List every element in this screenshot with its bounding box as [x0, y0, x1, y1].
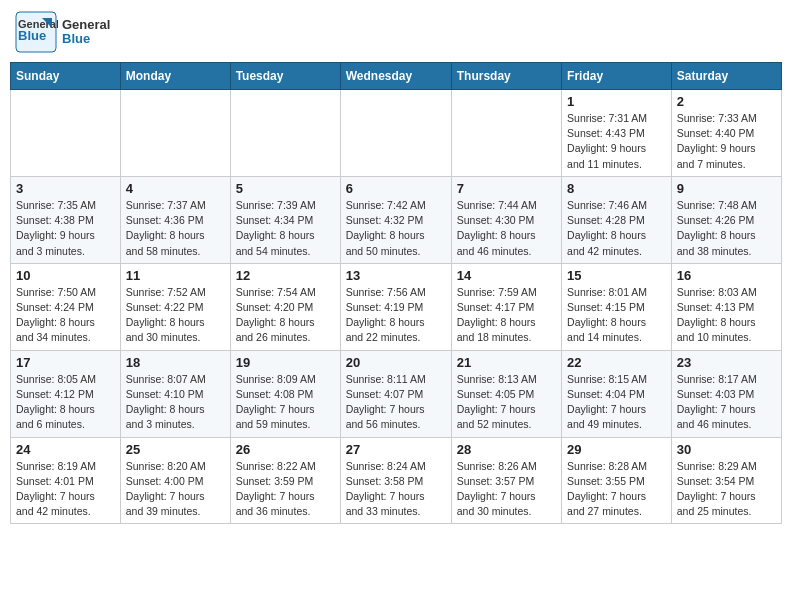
calendar-week-1: 1Sunrise: 7:31 AM Sunset: 4:43 PM Daylig…: [11, 90, 782, 177]
day-cell-7: 7Sunrise: 7:44 AM Sunset: 4:30 PM Daylig…: [451, 176, 561, 263]
day-detail-12: Sunrise: 7:54 AM Sunset: 4:20 PM Dayligh…: [236, 285, 335, 346]
day-detail-25: Sunrise: 8:20 AM Sunset: 4:00 PM Dayligh…: [126, 459, 225, 520]
day-cell-1: 1Sunrise: 7:31 AM Sunset: 4:43 PM Daylig…: [562, 90, 672, 177]
day-number-14: 14: [457, 268, 556, 283]
day-detail-16: Sunrise: 8:03 AM Sunset: 4:13 PM Dayligh…: [677, 285, 776, 346]
calendar-header-row: SundayMondayTuesdayWednesdayThursdayFrid…: [11, 63, 782, 90]
logo: General Blue General Blue: [14, 10, 110, 54]
col-header-saturday: Saturday: [671, 63, 781, 90]
calendar-week-5: 24Sunrise: 8:19 AM Sunset: 4:01 PM Dayli…: [11, 437, 782, 524]
day-cell-23: 23Sunrise: 8:17 AM Sunset: 4:03 PM Dayli…: [671, 350, 781, 437]
calendar-week-2: 3Sunrise: 7:35 AM Sunset: 4:38 PM Daylig…: [11, 176, 782, 263]
day-number-12: 12: [236, 268, 335, 283]
day-detail-20: Sunrise: 8:11 AM Sunset: 4:07 PM Dayligh…: [346, 372, 446, 433]
day-detail-13: Sunrise: 7:56 AM Sunset: 4:19 PM Dayligh…: [346, 285, 446, 346]
day-detail-26: Sunrise: 8:22 AM Sunset: 3:59 PM Dayligh…: [236, 459, 335, 520]
empty-cell: [230, 90, 340, 177]
col-header-sunday: Sunday: [11, 63, 121, 90]
day-number-10: 10: [16, 268, 115, 283]
day-number-8: 8: [567, 181, 666, 196]
day-cell-27: 27Sunrise: 8:24 AM Sunset: 3:58 PM Dayli…: [340, 437, 451, 524]
day-detail-21: Sunrise: 8:13 AM Sunset: 4:05 PM Dayligh…: [457, 372, 556, 433]
day-cell-29: 29Sunrise: 8:28 AM Sunset: 3:55 PM Dayli…: [562, 437, 672, 524]
day-number-29: 29: [567, 442, 666, 457]
day-detail-9: Sunrise: 7:48 AM Sunset: 4:26 PM Dayligh…: [677, 198, 776, 259]
day-cell-11: 11Sunrise: 7:52 AM Sunset: 4:22 PM Dayli…: [120, 263, 230, 350]
day-cell-3: 3Sunrise: 7:35 AM Sunset: 4:38 PM Daylig…: [11, 176, 121, 263]
day-cell-30: 30Sunrise: 8:29 AM Sunset: 3:54 PM Dayli…: [671, 437, 781, 524]
day-detail-17: Sunrise: 8:05 AM Sunset: 4:12 PM Dayligh…: [16, 372, 115, 433]
day-detail-8: Sunrise: 7:46 AM Sunset: 4:28 PM Dayligh…: [567, 198, 666, 259]
day-number-25: 25: [126, 442, 225, 457]
col-header-thursday: Thursday: [451, 63, 561, 90]
day-number-5: 5: [236, 181, 335, 196]
day-cell-17: 17Sunrise: 8:05 AM Sunset: 4:12 PM Dayli…: [11, 350, 121, 437]
day-number-7: 7: [457, 181, 556, 196]
day-number-11: 11: [126, 268, 225, 283]
day-number-19: 19: [236, 355, 335, 370]
day-cell-28: 28Sunrise: 8:26 AM Sunset: 3:57 PM Dayli…: [451, 437, 561, 524]
day-number-18: 18: [126, 355, 225, 370]
day-cell-19: 19Sunrise: 8:09 AM Sunset: 4:08 PM Dayli…: [230, 350, 340, 437]
day-detail-5: Sunrise: 7:39 AM Sunset: 4:34 PM Dayligh…: [236, 198, 335, 259]
day-detail-30: Sunrise: 8:29 AM Sunset: 3:54 PM Dayligh…: [677, 459, 776, 520]
empty-cell: [11, 90, 121, 177]
col-header-friday: Friday: [562, 63, 672, 90]
day-cell-18: 18Sunrise: 8:07 AM Sunset: 4:10 PM Dayli…: [120, 350, 230, 437]
day-detail-22: Sunrise: 8:15 AM Sunset: 4:04 PM Dayligh…: [567, 372, 666, 433]
day-detail-10: Sunrise: 7:50 AM Sunset: 4:24 PM Dayligh…: [16, 285, 115, 346]
logo-general: General: [62, 18, 110, 32]
day-number-21: 21: [457, 355, 556, 370]
day-number-23: 23: [677, 355, 776, 370]
calendar-week-4: 17Sunrise: 8:05 AM Sunset: 4:12 PM Dayli…: [11, 350, 782, 437]
day-number-17: 17: [16, 355, 115, 370]
empty-cell: [451, 90, 561, 177]
col-header-monday: Monday: [120, 63, 230, 90]
day-number-30: 30: [677, 442, 776, 457]
day-number-13: 13: [346, 268, 446, 283]
day-cell-5: 5Sunrise: 7:39 AM Sunset: 4:34 PM Daylig…: [230, 176, 340, 263]
day-number-22: 22: [567, 355, 666, 370]
day-detail-2: Sunrise: 7:33 AM Sunset: 4:40 PM Dayligh…: [677, 111, 776, 172]
day-number-9: 9: [677, 181, 776, 196]
day-detail-11: Sunrise: 7:52 AM Sunset: 4:22 PM Dayligh…: [126, 285, 225, 346]
day-cell-4: 4Sunrise: 7:37 AM Sunset: 4:36 PM Daylig…: [120, 176, 230, 263]
day-detail-4: Sunrise: 7:37 AM Sunset: 4:36 PM Dayligh…: [126, 198, 225, 259]
day-cell-20: 20Sunrise: 8:11 AM Sunset: 4:07 PM Dayli…: [340, 350, 451, 437]
day-number-6: 6: [346, 181, 446, 196]
day-number-2: 2: [677, 94, 776, 109]
day-detail-19: Sunrise: 8:09 AM Sunset: 4:08 PM Dayligh…: [236, 372, 335, 433]
col-header-wednesday: Wednesday: [340, 63, 451, 90]
day-detail-6: Sunrise: 7:42 AM Sunset: 4:32 PM Dayligh…: [346, 198, 446, 259]
day-number-1: 1: [567, 94, 666, 109]
calendar-week-3: 10Sunrise: 7:50 AM Sunset: 4:24 PM Dayli…: [11, 263, 782, 350]
day-cell-10: 10Sunrise: 7:50 AM Sunset: 4:24 PM Dayli…: [11, 263, 121, 350]
day-cell-8: 8Sunrise: 7:46 AM Sunset: 4:28 PM Daylig…: [562, 176, 672, 263]
header: General Blue General Blue: [10, 10, 782, 54]
day-cell-16: 16Sunrise: 8:03 AM Sunset: 4:13 PM Dayli…: [671, 263, 781, 350]
day-number-20: 20: [346, 355, 446, 370]
day-cell-14: 14Sunrise: 7:59 AM Sunset: 4:17 PM Dayli…: [451, 263, 561, 350]
day-detail-29: Sunrise: 8:28 AM Sunset: 3:55 PM Dayligh…: [567, 459, 666, 520]
day-detail-23: Sunrise: 8:17 AM Sunset: 4:03 PM Dayligh…: [677, 372, 776, 433]
col-header-tuesday: Tuesday: [230, 63, 340, 90]
day-number-16: 16: [677, 268, 776, 283]
day-detail-28: Sunrise: 8:26 AM Sunset: 3:57 PM Dayligh…: [457, 459, 556, 520]
day-cell-21: 21Sunrise: 8:13 AM Sunset: 4:05 PM Dayli…: [451, 350, 561, 437]
day-number-28: 28: [457, 442, 556, 457]
day-detail-24: Sunrise: 8:19 AM Sunset: 4:01 PM Dayligh…: [16, 459, 115, 520]
day-detail-3: Sunrise: 7:35 AM Sunset: 4:38 PM Dayligh…: [16, 198, 115, 259]
day-cell-24: 24Sunrise: 8:19 AM Sunset: 4:01 PM Dayli…: [11, 437, 121, 524]
empty-cell: [120, 90, 230, 177]
day-number-27: 27: [346, 442, 446, 457]
day-cell-6: 6Sunrise: 7:42 AM Sunset: 4:32 PM Daylig…: [340, 176, 451, 263]
empty-cell: [340, 90, 451, 177]
day-cell-9: 9Sunrise: 7:48 AM Sunset: 4:26 PM Daylig…: [671, 176, 781, 263]
day-cell-2: 2Sunrise: 7:33 AM Sunset: 4:40 PM Daylig…: [671, 90, 781, 177]
day-cell-15: 15Sunrise: 8:01 AM Sunset: 4:15 PM Dayli…: [562, 263, 672, 350]
logo-blue: Blue: [62, 32, 110, 46]
day-detail-14: Sunrise: 7:59 AM Sunset: 4:17 PM Dayligh…: [457, 285, 556, 346]
logo-icon: General Blue: [14, 10, 58, 54]
day-detail-27: Sunrise: 8:24 AM Sunset: 3:58 PM Dayligh…: [346, 459, 446, 520]
day-cell-26: 26Sunrise: 8:22 AM Sunset: 3:59 PM Dayli…: [230, 437, 340, 524]
